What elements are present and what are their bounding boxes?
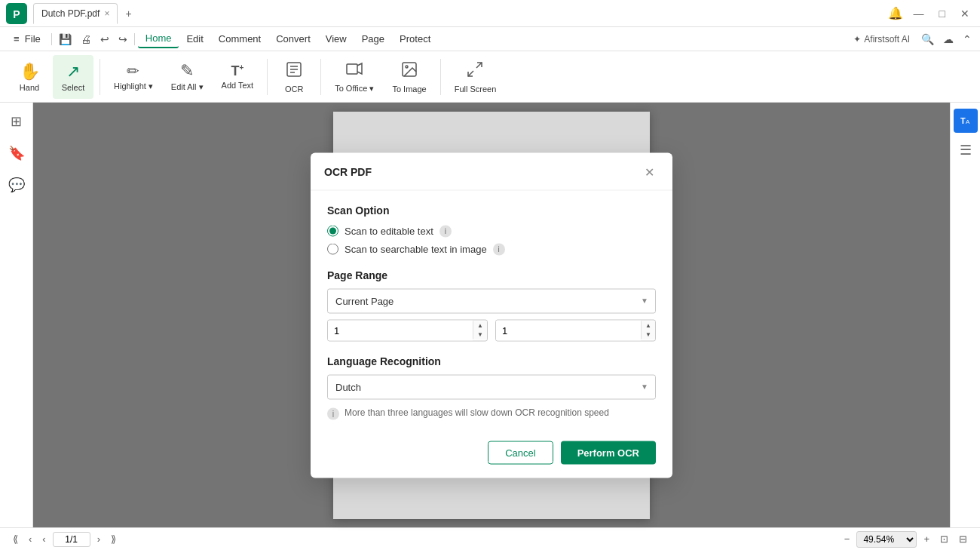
redo-icon[interactable]: ↪ — [115, 31, 131, 48]
print-icon[interactable]: 🖨 — [77, 31, 95, 48]
menu-page[interactable]: Page — [354, 30, 392, 48]
tool-toimage-label: To Image — [392, 84, 426, 94]
tool-editall[interactable]: ✎ Edit All ▾ — [164, 55, 211, 99]
tool-ocr[interactable]: OCR — [274, 55, 314, 99]
sidebar-comment-button[interactable]: 💬 — [4, 172, 29, 198]
close-button[interactable]: ✕ — [956, 6, 974, 21]
dialog-title: OCR PDF — [324, 166, 372, 178]
scan-option-searchable-row: Scan to searchable text in image i — [327, 243, 656, 255]
quick-access-icons: 💾 🖨 ↩ ↪ — [55, 31, 131, 48]
page-from-down[interactable]: ▼ — [473, 330, 487, 340]
menu-file[interactable]: ≡ File — [6, 30, 48, 48]
page-to-spinners: ▲ ▼ — [641, 321, 655, 339]
page-input[interactable] — [53, 532, 90, 547]
language-warning-row: i More than three languages will slow do… — [327, 407, 656, 419]
title-bar: P Dutch PDF.pdf × + 🔔 — □ ✕ — [0, 0, 980, 27]
tool-editall-label: Edit All ▾ — [171, 82, 204, 92]
page-from-input[interactable] — [328, 320, 473, 340]
scan-searchable-info-icon[interactable]: i — [493, 243, 505, 255]
tool-hand-label: Hand — [20, 83, 39, 92]
next-page-button[interactable]: › — [93, 531, 104, 547]
menu-convert[interactable]: Convert — [268, 30, 318, 48]
scan-searchable-radio[interactable] — [327, 244, 338, 255]
menu-comment[interactable]: Comment — [211, 30, 268, 48]
ocr-dialog: OCR PDF ✕ Scan Option Scan to editable t… — [311, 152, 672, 478]
scan-editable-radio[interactable] — [327, 226, 338, 237]
undo-icon[interactable]: ↩ — [96, 31, 113, 48]
tool-ocr-label: OCR — [285, 84, 303, 94]
zoom-out-button[interactable]: − — [841, 531, 854, 547]
menu-protect[interactable]: Protect — [392, 30, 438, 48]
tool-tooffice[interactable]: To Office ▾ — [327, 55, 381, 99]
sidebar-thumbnail-button[interactable]: ⊞ — [6, 109, 26, 134]
page-to-up[interactable]: ▲ — [642, 321, 655, 330]
prev-page-button[interactable]: ‹ — [25, 531, 35, 547]
last-page-button[interactable]: ⟫ — [107, 531, 120, 547]
status-bar: ⟪ ‹ ‹ › ⟫ − 49.54% 25% 50% 75% 100% 150%… — [0, 527, 980, 550]
dialog-close-button[interactable]: ✕ — [640, 163, 659, 180]
content-area: OCR PDF ✕ Scan Option Scan to editable t… — [33, 103, 950, 527]
scan-editable-info-icon[interactable]: i — [439, 225, 452, 237]
tool-toimage[interactable]: To Image — [384, 55, 433, 99]
translate-button[interactable]: T A — [954, 109, 978, 133]
ai-button[interactable]: ✦ Afirstsoft AI — [849, 32, 914, 46]
page-from-spinners: ▲ ▼ — [473, 321, 487, 339]
language-dropdown-wrap: Dutch English French German Spanish Chin… — [327, 374, 656, 399]
cloud-button[interactable]: ☁ — [941, 31, 956, 48]
zoom-in-button[interactable]: + — [920, 531, 933, 547]
collapse-button[interactable]: ⌃ — [960, 31, 974, 48]
svg-rect-6 — [347, 64, 357, 74]
menu-edit[interactable]: Edit — [179, 30, 210, 48]
sidebar-bookmark-button[interactable]: 🔖 — [4, 140, 29, 166]
fit-width-button[interactable]: ⊡ — [936, 531, 952, 547]
tooffice-icon — [345, 60, 363, 82]
page-indicator — [53, 532, 90, 547]
toolbar-separator-3 — [320, 59, 321, 95]
dialog-header: OCR PDF ✕ — [311, 152, 672, 190]
page-range-dropdown[interactable]: Current Page All Pages Custom Range — [327, 288, 656, 313]
tool-fullscreen[interactable]: Full Screen — [447, 55, 504, 99]
svg-text:A: A — [966, 118, 970, 125]
page-range-dropdown-wrap: Current Page All Pages Custom Range ▼ — [327, 288, 656, 313]
new-tab-button[interactable]: + — [121, 6, 136, 21]
document-tab[interactable]: Dutch PDF.pdf × — [33, 3, 118, 24]
perform-ocr-button[interactable]: Perform OCR — [561, 441, 656, 464]
tool-select-label: Select — [62, 83, 85, 92]
tool-hand[interactable]: ✋ Hand — [9, 55, 50, 99]
svg-line-9 — [476, 63, 482, 68]
menu-separator-1 — [51, 33, 52, 45]
tool-select[interactable]: ↗ Select — [53, 55, 93, 99]
prev-page-button2[interactable]: ‹ — [38, 531, 49, 547]
language-dropdown[interactable]: Dutch English French German Spanish Chin… — [327, 374, 656, 399]
comment-panel-button[interactable]: ☰ — [957, 139, 975, 161]
menu-view[interactable]: View — [318, 30, 354, 48]
first-page-button[interactable]: ⟪ — [9, 531, 22, 547]
window-controls: 🔔 — □ ✕ — [888, 6, 974, 21]
fit-page-button[interactable]: ⊟ — [955, 531, 971, 547]
cancel-button[interactable]: Cancel — [488, 441, 553, 464]
scan-searchable-label: Scan to searchable text in image — [345, 244, 487, 255]
toimage-icon — [400, 60, 418, 83]
maximize-button[interactable]: □ — [935, 6, 950, 21]
menu-home[interactable]: Home — [138, 29, 179, 48]
search-button[interactable]: 🔍 — [919, 31, 936, 48]
highlight-icon: ✏ — [127, 62, 139, 80]
toolbar: ✋ Hand ↗ Select ✏ Highlight ▾ ✎ Edit All… — [0, 51, 980, 103]
tool-tooffice-label: To Office ▾ — [335, 84, 374, 94]
close-tab-button[interactable]: × — [104, 8, 109, 19]
tool-highlight[interactable]: ✏ Highlight ▾ — [106, 55, 161, 99]
svg-point-8 — [406, 66, 408, 68]
page-to-input[interactable] — [496, 320, 641, 340]
page-to-down[interactable]: ▼ — [642, 330, 655, 340]
zoom-select[interactable]: 49.54% 25% 50% 75% 100% 150% 200% — [856, 531, 917, 548]
notification-icon[interactable]: 🔔 — [888, 6, 903, 20]
save-icon[interactable]: 💾 — [55, 31, 75, 48]
scan-option-editable-row: Scan to editable text i — [327, 225, 656, 237]
ocr-icon — [285, 60, 303, 83]
tool-addtext[interactable]: T+ Add Text — [214, 55, 262, 99]
hand-icon: ✋ — [20, 62, 40, 81]
dialog-body: Scan Option Scan to editable text i Scan… — [311, 190, 672, 435]
minimize-button[interactable]: — — [909, 6, 929, 21]
page-from-up[interactable]: ▲ — [473, 321, 487, 330]
svg-text:P: P — [13, 8, 20, 20]
